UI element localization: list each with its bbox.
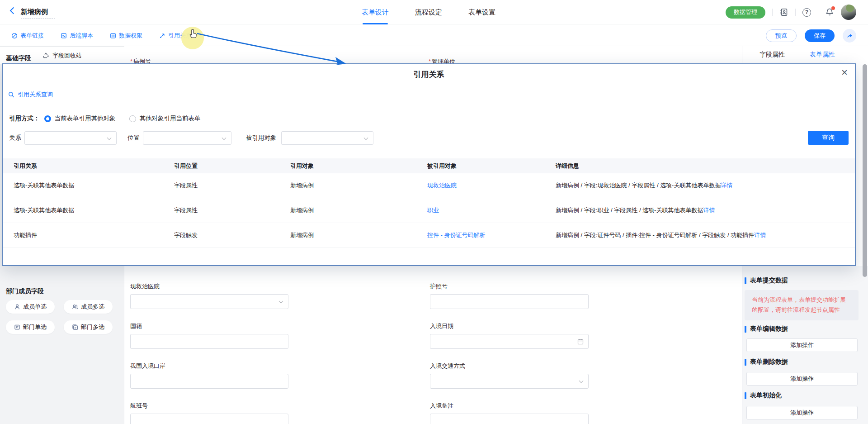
cell-relation: 选项-关联其他表单数据	[14, 206, 174, 214]
user-avatar[interactable]	[841, 5, 856, 20]
field-input[interactable]	[130, 414, 288, 424]
data-permission-item[interactable]: 数据权限	[110, 32, 142, 40]
radio-current-form[interactable]	[44, 115, 51, 122]
field-button-label: 部门多选	[81, 323, 104, 331]
calendar-icon	[577, 338, 584, 345]
field-date-input[interactable]	[430, 334, 589, 349]
permission-icon	[110, 33, 116, 39]
share-button[interactable]	[843, 29, 856, 43]
field-label: 护照号	[430, 282, 448, 291]
chevron-down-icon	[222, 136, 226, 140]
chevron-down-icon	[107, 136, 112, 140]
divider	[772, 9, 773, 16]
col-header: 被引用对象	[427, 162, 556, 170]
search-icon	[8, 91, 14, 98]
filter-label-referenced: 被引用对象	[246, 131, 277, 145]
chevron-down-icon	[364, 136, 368, 140]
chevron-down-icon	[279, 299, 283, 304]
recycle-icon	[42, 52, 49, 59]
data-manage-button[interactable]: 数据管理	[726, 6, 765, 19]
table-body: 选项-关联其他表单数据 字段属性 新增病例 现救治医院 新增病例 / 字段:现救…	[3, 173, 855, 248]
form-title[interactable]: 新增病例	[21, 8, 48, 16]
property-tabs: 字段属性 表单属性	[760, 51, 835, 59]
query-link-label: 引用关系查询	[18, 91, 53, 99]
radio-label[interactable]: 其他对象引用当前表单	[140, 114, 201, 123]
field-input[interactable]	[430, 294, 589, 309]
section-form-edit: 表单编辑数据	[745, 325, 788, 333]
detail-link[interactable]: 详情	[754, 232, 766, 238]
cell-referenced-link[interactable]: 现救治医院	[427, 181, 556, 190]
departments-icon	[72, 324, 78, 330]
field-label: 入境日期	[430, 322, 453, 330]
contact-book-icon[interactable]	[779, 8, 788, 17]
reference-mode-row: 引用方式： 当前表单引用其他对象 其他对象引用当前表单	[9, 114, 201, 123]
col-header: 引用关系	[14, 162, 174, 170]
field-input[interactable]	[430, 414, 589, 424]
field-button-dept-single[interactable]: 部门单选	[6, 320, 55, 334]
vertical-scrollbar[interactable]	[863, 64, 867, 277]
close-icon[interactable]: ×	[841, 66, 848, 79]
field-button-dept-multi[interactable]: 部门多选	[64, 320, 113, 334]
table-row: 选项-关联其他表单数据 字段属性 新增病例 现救治医院 新增病例 / 字段:现救…	[3, 173, 855, 198]
field-label: 国籍	[130, 322, 142, 330]
field-input[interactable]	[130, 334, 288, 349]
col-header: 引用位置	[174, 162, 290, 170]
notification-bell-icon[interactable]	[825, 8, 834, 17]
tab-flow-setting[interactable]: 流程设定	[415, 0, 442, 24]
backend-script-item[interactable]: 后端脚本	[61, 32, 93, 40]
section-accent-bar	[745, 392, 746, 399]
cell-object: 新增病例	[290, 181, 427, 190]
cell-relation: 选项-关联其他表单数据	[14, 181, 174, 190]
top-bar: 新增病例 表单设计 流程设定 表单设置 数据管理 ?	[0, 0, 868, 24]
toolbar-item-label: 数据权限	[119, 32, 142, 40]
field-button-member-multi[interactable]: 成员多选	[64, 300, 113, 314]
section-accent-bar	[745, 277, 746, 284]
help-icon[interactable]: ?	[802, 8, 811, 17]
add-action-button-edit[interactable]: 添加操作	[746, 338, 858, 352]
query-button[interactable]: 查询	[808, 131, 849, 145]
section-title: 表单提交数据	[750, 276, 788, 285]
field-select[interactable]	[430, 374, 589, 389]
detail-link[interactable]: 详情	[721, 182, 732, 189]
detail-text: 新增病例 / 字段:证件号码 / 插件:控件 - 身份证号码解析 / 字段触发 …	[556, 232, 754, 238]
cell-referenced-link[interactable]: 职业	[427, 206, 556, 214]
divider	[818, 9, 818, 16]
filter-select-position[interactable]	[143, 131, 231, 145]
tab-form-setting[interactable]: 表单设置	[468, 0, 495, 24]
filter-select-referenced[interactable]	[281, 131, 373, 145]
field-select[interactable]	[130, 294, 288, 309]
section-accent-bar	[745, 326, 746, 333]
reference-query-link[interactable]: 引用关系查询	[3, 86, 855, 103]
script-icon	[61, 33, 67, 39]
back-icon[interactable]	[10, 7, 17, 14]
cell-relation: 功能插件	[14, 231, 174, 239]
annotation-arrow	[194, 32, 348, 67]
recycle-label: 字段回收站	[52, 52, 82, 60]
filter-select-relation[interactable]	[24, 131, 117, 145]
field-label: 航班号	[130, 402, 148, 410]
radio-label[interactable]: 当前表单引用其他对象	[55, 114, 116, 123]
field-label: 入境交通方式	[430, 362, 465, 370]
toolbar-item-label: 表单链接	[20, 32, 44, 40]
section-title: 表单初始化	[750, 391, 782, 400]
preview-button[interactable]: 预览	[766, 29, 797, 42]
tab-field-properties[interactable]: 字段属性	[760, 51, 785, 59]
toolbar-item-label: 后端脚本	[70, 32, 93, 40]
form-link-item[interactable]: 表单链接	[11, 32, 44, 40]
cell-referenced-link[interactable]: 控件 - 身份证号码解析	[427, 231, 556, 239]
detail-link[interactable]: 详情	[703, 207, 715, 214]
save-button[interactable]: 保存	[805, 29, 835, 42]
radio-other-object[interactable]	[129, 115, 136, 122]
tab-form-properties[interactable]: 表单属性	[810, 51, 835, 59]
cursor-pointer	[189, 28, 199, 40]
reference-relation-modal: 引用关系 × 引用关系查询 引用方式： 当前表单引用其他对象 其他对象引用当前表…	[2, 63, 856, 266]
detail-text: 新增病例 / 字段:职业 / 字段属性 / 选项-关联其他表单数据	[556, 207, 703, 214]
department-icon	[14, 324, 20, 330]
add-action-button-init[interactable]: 添加操作	[746, 406, 858, 419]
tab-form-design[interactable]: 表单设计	[362, 0, 389, 24]
toolbar-right: 预览 保存	[766, 25, 856, 46]
field-label: 我国入境口岸	[130, 362, 165, 370]
field-button-member-single[interactable]: 成员单选	[6, 300, 55, 314]
field-input[interactable]	[130, 374, 288, 389]
add-action-button-delete[interactable]: 添加操作	[746, 372, 858, 386]
